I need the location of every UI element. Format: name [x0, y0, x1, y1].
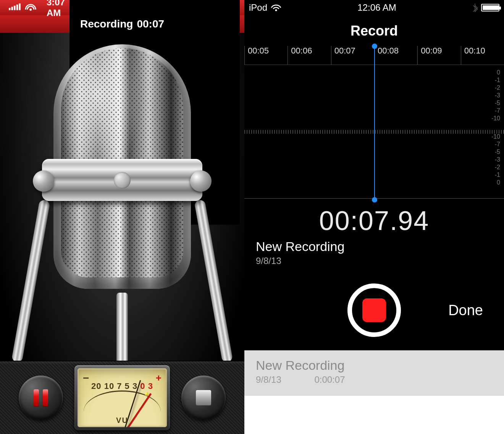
bluetooth-icon [472, 3, 478, 12]
carrier-label: iPod [249, 2, 267, 13]
vu-scale: 20 10 7 5 3 0 3 [78, 381, 167, 391]
clock: 3:07 AM [47, 0, 69, 18]
waveform-area[interactable]: 0-1-2 -3-5-7 -10 -10-7-5 -3-2-1 0 [244, 65, 504, 199]
status-bar: 3:07 AM 88% [0, 0, 244, 15]
svg-point-5 [29, 8, 32, 11]
list-item-date: 9/8/13 [256, 374, 281, 385]
time-counter: 00:07.94 [244, 199, 504, 239]
done-button[interactable]: Done [448, 302, 483, 319]
recording-date: 9/8/13 [256, 256, 493, 266]
status-bar: iPod 12:06 AM [244, 0, 504, 15]
vu-unit: VU [78, 416, 167, 425]
recording-elapsed: 00:07 [137, 18, 164, 30]
list-item-duration: 0:00:07 [314, 374, 345, 385]
page-title: Record [244, 15, 504, 46]
ios6-voice-memos-screen: 3:07 AM 88% Recording 00:07 − + 20 [0, 0, 244, 434]
svg-rect-4 [19, 3, 20, 10]
ruler-tick: 00:07 [331, 46, 374, 65]
svg-rect-3 [16, 5, 18, 10]
stop-icon [362, 298, 386, 322]
ruler-tick: 00:08 [374, 46, 417, 65]
stop-record-button[interactable] [347, 283, 401, 337]
microphone-area [0, 33, 244, 373]
db-scale-bottom: -10-7-5 -3-2-1 0 [491, 133, 500, 186]
ios7-voice-memos-screen: iPod 12:06 AM Record 00:05 00:06 00:07 0… [244, 0, 504, 434]
ruler-tick: 00:05 [244, 46, 288, 65]
list-item-title: New Recording [256, 358, 493, 373]
pause-icon [34, 389, 48, 406]
svg-point-6 [275, 9, 277, 11]
ruler-tick: 00:10 [461, 46, 504, 65]
wifi-icon [270, 4, 282, 11]
vu-meter: − + 20 10 7 5 3 0 3 VU [74, 365, 170, 430]
ruler-tick: 00:06 [288, 46, 331, 65]
recordings-list: New Recording 9/8/13 0:00:07 [244, 350, 504, 434]
controls-row: Done [244, 270, 504, 350]
battery-icon [481, 4, 499, 11]
control-dock: − + 20 10 7 5 3 0 3 VU [0, 361, 244, 434]
recording-name: New Recording [256, 239, 493, 254]
recording-meta: New Recording 9/8/13 [244, 239, 504, 270]
clock: 12:06 AM [357, 2, 396, 13]
microphone-icon [42, 44, 202, 381]
pause-button[interactable] [19, 376, 63, 420]
ruler-tick: 00:09 [417, 46, 460, 65]
stop-button[interactable] [181, 376, 226, 420]
list-item[interactable]: New Recording 9/8/13 0:00:07 [244, 350, 504, 396]
db-scale-top: 0-1-2 -3-5-7 -10 [491, 69, 500, 122]
svg-rect-1 [11, 7, 13, 10]
svg-rect-0 [9, 8, 10, 10]
svg-rect-2 [14, 6, 15, 10]
playhead-indicator[interactable] [374, 46, 375, 200]
stop-icon [196, 390, 211, 405]
signal-wifi-icons [5, 2, 47, 13]
recording-label: Recording [80, 18, 133, 30]
